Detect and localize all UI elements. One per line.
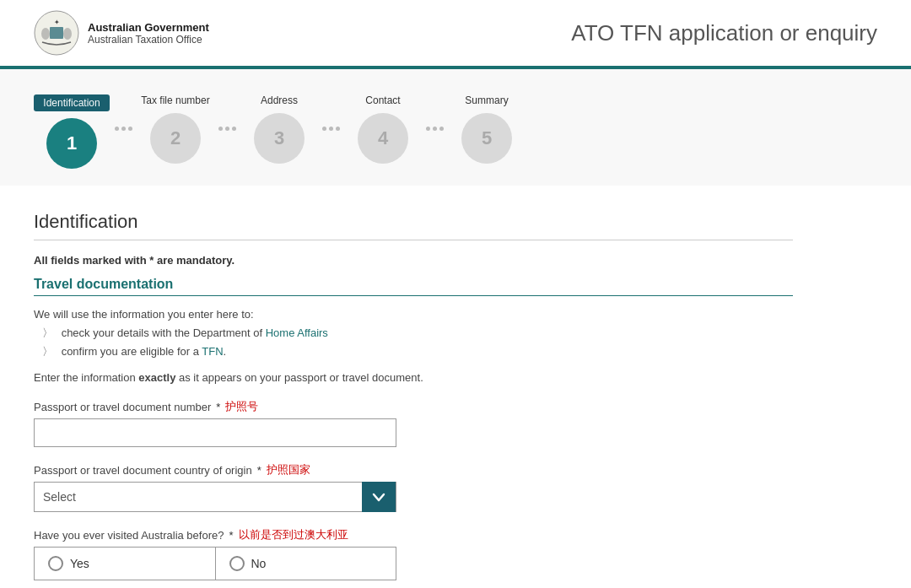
radio-yes-circle — [48, 556, 63, 571]
step-5-circle: 5 — [461, 113, 512, 164]
country-select[interactable]: Select — [34, 482, 396, 512]
svg-text:✦: ✦ — [54, 19, 60, 26]
main-content: Identification All fields marked with * … — [0, 186, 827, 588]
passport-chinese-label: 护照号 — [225, 399, 258, 414]
bullet-item-2: confirm you are eligible for a TFN. — [42, 344, 793, 359]
step-4-circle: 4 — [358, 113, 408, 164]
step-5-label: Summary — [449, 94, 525, 106]
dot — [121, 127, 126, 131]
passport-number-field-group: Passport or travel document number * 护照号 — [34, 399, 793, 447]
country-select-wrapper[interactable]: Select — [34, 482, 396, 512]
passport-required-marker: * — [216, 401, 220, 413]
step-3[interactable]: Address 3 — [241, 94, 317, 164]
dots-2-3 — [213, 127, 241, 131]
step-4-label: Contact — [345, 94, 421, 106]
radio-yes-option[interactable]: Yes — [34, 547, 215, 580]
step-3-label: Address — [241, 94, 317, 106]
svg-point-2 — [41, 28, 50, 40]
visited-radio-group: Yes No — [34, 547, 396, 580]
visited-label-text: Have you ever visited Australia before? — [34, 529, 224, 542]
dots-1-2 — [110, 127, 137, 131]
radio-no-option[interactable]: No — [215, 547, 397, 580]
section-heading: Identification — [34, 211, 793, 240]
svg-rect-1 — [50, 27, 63, 39]
step-1-circle: 1 — [46, 118, 97, 169]
subsection-heading: Travel documentation — [34, 277, 793, 296]
step-2-label: Tax file number — [137, 94, 213, 106]
agency-name: Australian Government — [88, 21, 209, 34]
dot — [115, 127, 119, 131]
visited-chinese-label: 以前是否到过澳大利亚 — [239, 527, 348, 542]
stepper: Identification 1 Tax file number 2 Addre… — [34, 94, 877, 169]
chevron-down-icon — [372, 490, 385, 504]
bullet-2-text: confirm you are eligible for a TFN. — [62, 345, 227, 358]
radio-yes-label: Yes — [70, 557, 89, 570]
country-chinese-label: 护照国家 — [267, 462, 310, 477]
passport-label-text: Passport or travel document number — [34, 401, 211, 413]
info-intro: We will use the information you enter he… — [34, 308, 793, 321]
step-4[interactable]: Contact 4 — [345, 94, 421, 164]
country-required-marker: * — [257, 464, 261, 477]
dot — [322, 127, 326, 131]
visited-label: Have you ever visited Australia before? … — [34, 527, 793, 542]
visited-field-group: Have you ever visited Australia before? … — [34, 527, 793, 580]
country-label-text: Passport or travel document country of o… — [34, 464, 252, 477]
bullet-list: check your details with the Department o… — [34, 326, 793, 359]
step-1[interactable]: Identification 1 — [34, 94, 110, 169]
passport-number-input[interactable] — [34, 418, 396, 447]
visited-required-marker: * — [229, 529, 233, 542]
dot — [218, 127, 223, 131]
dot — [329, 127, 333, 131]
passport-number-label: Passport or travel document number * 护照号 — [34, 399, 793, 414]
home-affairs-link[interactable]: Home Affairs — [266, 326, 328, 339]
country-label: Passport or travel document country of o… — [34, 462, 793, 477]
tfn-link[interactable]: TFN — [202, 345, 223, 358]
radio-no-label: No — [251, 557, 267, 570]
dot — [225, 127, 229, 131]
country-field-group: Passport or travel document country of o… — [34, 462, 793, 512]
step-2-circle: 2 — [150, 113, 201, 164]
dot — [128, 127, 132, 131]
dots-3-4 — [317, 127, 345, 131]
header-text: Australian Government Australian Taxatio… — [88, 21, 209, 46]
dot — [433, 127, 437, 131]
dept-name: Australian Taxation Office — [88, 34, 209, 46]
bullet-item-1: check your details with the Department o… — [42, 326, 793, 341]
mandatory-note: All fields marked with * are mandatory. — [34, 254, 793, 267]
step-2[interactable]: Tax file number 2 — [137, 94, 213, 164]
dot — [336, 127, 340, 131]
logo-area: ✦ Australian Government Australian Taxat… — [34, 10, 209, 56]
dot — [232, 127, 236, 131]
exactly-note: Enter the information exactly as it appe… — [34, 371, 793, 384]
dots-4-5 — [421, 127, 449, 131]
coat-of-arms-icon: ✦ — [34, 10, 79, 56]
bullet-1-text: check your details with the Department o… — [62, 326, 328, 339]
stepper-section: Identification 1 Tax file number 2 Addre… — [0, 69, 911, 186]
select-dropdown-button[interactable] — [362, 482, 396, 512]
page-title: ATO TFN application or enquiry — [571, 20, 877, 46]
header: ✦ Australian Government Australian Taxat… — [0, 0, 911, 69]
country-select-text: Select — [43, 490, 76, 504]
dot — [426, 127, 430, 131]
step-3-circle: 3 — [254, 113, 305, 164]
step-1-label: Identification — [34, 94, 110, 111]
radio-no-circle — [229, 556, 245, 571]
svg-point-3 — [63, 28, 72, 40]
dot — [439, 127, 444, 131]
step-5[interactable]: Summary 5 — [449, 94, 525, 164]
